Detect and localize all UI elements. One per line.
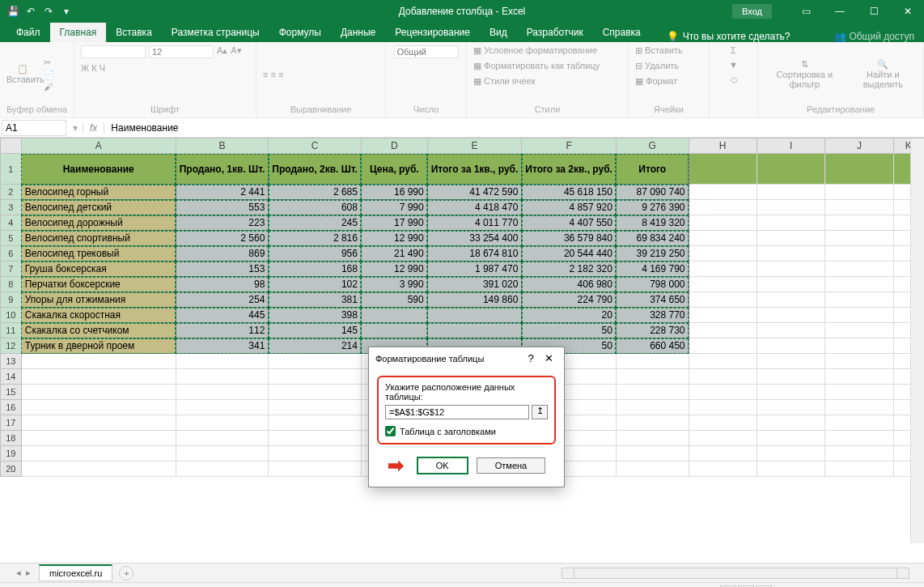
column-header[interactable]: A [21, 138, 176, 154]
save-icon[interactable]: 💾 [6, 5, 19, 18]
dialog-range-input[interactable] [385, 405, 529, 419]
table-header-cell[interactable]: Продано, 2кв. Шт. [269, 154, 362, 185]
data-cell[interactable]: Упоры для отжимания [21, 292, 176, 308]
row-header[interactable]: 5 [1, 231, 22, 246]
cell[interactable] [689, 369, 757, 385]
column-header[interactable]: B [176, 138, 269, 154]
delete-cells-button[interactable]: ⊟ Удалить [635, 61, 679, 71]
row-header[interactable]: 1 [1, 154, 22, 185]
cell[interactable] [757, 231, 824, 246]
data-cell[interactable]: 406 980 [522, 277, 617, 292]
data-cell[interactable]: Скакалка со счетчиком [21, 323, 176, 338]
data-cell[interactable]: 869 [176, 246, 269, 262]
data-cell[interactable]: Велосипед дорожный [21, 215, 176, 231]
cell[interactable] [689, 308, 757, 323]
row-header[interactable]: 15 [1, 385, 22, 400]
cell[interactable] [176, 385, 269, 400]
qat-more-icon[interactable]: ▾ [60, 5, 73, 18]
cell[interactable] [616, 354, 689, 369]
headers-checkbox[interactable] [385, 426, 396, 436]
row-header[interactable]: 3 [1, 200, 22, 215]
share-button[interactable]: 👥 Общий доступ [834, 31, 914, 42]
table-header-cell[interactable]: Продано, 1кв. Шт. [176, 154, 269, 185]
dialog-close-icon[interactable]: ✕ [540, 352, 557, 364]
cell[interactable] [689, 185, 757, 200]
row-header[interactable]: 20 [1, 462, 22, 477]
data-cell[interactable]: 228 730 [616, 323, 689, 338]
data-cell[interactable]: 18 674 810 [427, 246, 522, 262]
cell[interactable] [757, 400, 824, 415]
cell[interactable] [757, 369, 824, 385]
cell[interactable] [21, 446, 176, 462]
vertical-scrollbar[interactable] [910, 138, 924, 543]
data-cell[interactable]: 660 450 [616, 338, 689, 354]
cancel-button[interactable]: Отмена [477, 457, 545, 474]
sheet-nav-next-icon[interactable]: ▸ [26, 568, 31, 578]
data-cell[interactable]: 608 [269, 200, 362, 215]
data-cell[interactable]: Перчатки боксерские [21, 277, 176, 292]
cell[interactable] [825, 323, 893, 338]
undo-icon[interactable]: ↶ [24, 5, 37, 18]
data-cell[interactable]: 381 [269, 292, 362, 308]
cell[interactable] [757, 308, 824, 323]
tab-view[interactable]: Вид [480, 23, 517, 42]
column-header[interactable]: I [757, 138, 824, 154]
cell[interactable] [176, 354, 269, 369]
cell[interactable] [825, 431, 893, 446]
cell[interactable] [757, 246, 824, 262]
cell[interactable] [757, 323, 824, 338]
data-cell[interactable]: 445 [176, 308, 269, 323]
cell[interactable] [21, 462, 176, 477]
table-header-cell[interactable]: Цена, руб. [361, 154, 427, 185]
cell[interactable] [689, 154, 757, 185]
clear-icon[interactable]: ◇ [731, 74, 737, 85]
data-cell[interactable]: Турник в дверной проем [21, 338, 176, 354]
tab-file[interactable]: Файл [6, 23, 50, 42]
cut-icon[interactable]: ✂ [44, 57, 55, 68]
column-header[interactable]: D [361, 138, 427, 154]
cell[interactable] [616, 385, 689, 400]
cell[interactable] [825, 415, 893, 431]
font-name-input[interactable] [81, 45, 146, 58]
cell[interactable] [269, 400, 362, 415]
data-cell[interactable]: Скакалка скоростная [21, 308, 176, 323]
cell[interactable] [689, 446, 757, 462]
data-cell[interactable]: 102 [269, 277, 362, 292]
dialog-help-icon[interactable]: ? [522, 352, 540, 364]
cell[interactable] [616, 462, 689, 477]
cell[interactable] [757, 338, 824, 354]
cell[interactable] [689, 338, 757, 354]
data-cell[interactable]: 21 490 [361, 246, 427, 262]
cell[interactable] [825, 246, 893, 262]
cell[interactable] [689, 354, 757, 369]
column-header[interactable]: E [427, 138, 522, 154]
data-cell[interactable]: 956 [269, 246, 362, 262]
cell[interactable] [757, 385, 824, 400]
row-header[interactable]: 11 [1, 323, 22, 338]
data-cell[interactable]: 4 011 770 [427, 215, 522, 231]
data-cell[interactable]: 41 472 590 [427, 185, 522, 200]
format-cells-button[interactable]: ▦ Формат [635, 76, 677, 87]
data-cell[interactable]: 1 987 470 [427, 262, 522, 277]
maximize-icon[interactable]: ☐ [858, 0, 890, 23]
cell[interactable] [21, 354, 176, 369]
cell[interactable] [176, 431, 269, 446]
autosum-icon[interactable]: Σ [731, 45, 736, 55]
cell[interactable] [825, 215, 893, 231]
column-header[interactable]: F [522, 138, 617, 154]
cell[interactable] [269, 354, 362, 369]
row-header[interactable]: 4 [1, 215, 22, 231]
cell[interactable] [21, 385, 176, 400]
data-cell[interactable]: 341 [176, 338, 269, 354]
cell[interactable] [176, 400, 269, 415]
data-cell[interactable]: 4 857 920 [522, 200, 617, 215]
cell[interactable] [616, 431, 689, 446]
data-cell[interactable]: 20 [522, 308, 617, 323]
cell[interactable] [757, 292, 824, 308]
cell[interactable] [21, 369, 176, 385]
row-header[interactable]: 6 [1, 246, 22, 262]
cell[interactable] [21, 400, 176, 415]
select-all-corner[interactable] [1, 138, 22, 154]
data-cell[interactable]: 149 860 [427, 292, 522, 308]
tab-data[interactable]: Данные [331, 23, 385, 42]
